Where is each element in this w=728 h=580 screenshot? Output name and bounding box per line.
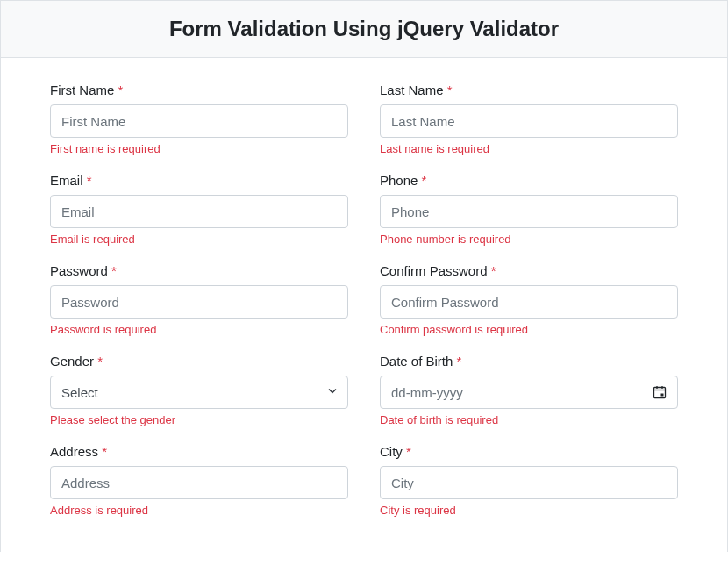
address-error: Address is required: [50, 504, 348, 517]
form-row: Address * Address is required City * Cit…: [50, 444, 678, 534]
password-input[interactable]: [50, 285, 348, 319]
gender-label: Gender *: [50, 354, 348, 369]
page-title: Form Validation Using jQuery Validator: [18, 17, 710, 41]
required-mark: *: [111, 263, 117, 278]
phone-input[interactable]: [380, 195, 678, 228]
field-group-confirm-password: Confirm Password * Confirm password is r…: [380, 263, 678, 336]
dob-input[interactable]: dd-mm-yyyy: [380, 376, 678, 409]
form-container: Form Validation Using jQuery Validator F…: [0, 0, 728, 552]
last-name-error: Last name is required: [380, 142, 678, 155]
first-name-label: First Name *: [50, 82, 348, 97]
field-group-first-name: First Name * First name is required: [50, 82, 348, 155]
email-error: Email is required: [50, 233, 348, 246]
field-group-email: Email * Email is required: [50, 173, 348, 246]
required-mark: *: [457, 354, 462, 369]
field-group-password: Password * Password is required: [50, 263, 348, 336]
required-mark: *: [447, 82, 453, 97]
form-header: Form Validation Using jQuery Validator: [1, 0, 727, 58]
field-group-gender: Gender * Select Please select the gender: [50, 354, 348, 426]
form-row: First Name * First name is required Last…: [50, 82, 678, 173]
email-input[interactable]: [50, 195, 348, 228]
required-mark: *: [491, 263, 496, 278]
field-group-city: City * City is required: [380, 444, 678, 517]
last-name-label: Last Name *: [380, 82, 678, 97]
field-group-dob: Date of Birth * dd-mm-yyyy Date of birth: [380, 354, 678, 426]
required-mark: *: [97, 354, 103, 369]
city-input[interactable]: [380, 466, 678, 499]
required-mark: *: [87, 173, 92, 188]
address-input[interactable]: [50, 466, 348, 499]
confirm-password-input[interactable]: [380, 285, 678, 319]
required-mark: *: [406, 444, 411, 459]
phone-error: Phone number is required: [380, 233, 678, 246]
first-name-error: First name is required: [50, 142, 348, 155]
field-group-phone: Phone * Phone number is required: [380, 173, 678, 246]
email-label: Email *: [50, 173, 348, 188]
required-mark: *: [422, 173, 427, 188]
last-name-input[interactable]: [380, 104, 678, 138]
field-group-last-name: Last Name * Last name is required: [380, 82, 678, 155]
first-name-input[interactable]: [50, 104, 348, 138]
required-mark: *: [118, 82, 124, 97]
dob-error: Date of birth is required: [380, 413, 678, 426]
confirm-password-label: Confirm Password *: [380, 263, 678, 278]
required-mark: *: [102, 444, 107, 459]
gender-select[interactable]: Select: [50, 376, 348, 409]
form-row: Email * Email is required Phone * Phone …: [50, 173, 678, 263]
phone-label: Phone *: [380, 173, 678, 188]
field-group-address: Address * Address is required: [50, 444, 348, 517]
dob-label: Date of Birth *: [380, 354, 678, 369]
password-label: Password *: [50, 263, 348, 278]
gender-select-wrap: Select: [50, 376, 348, 409]
address-label: Address *: [50, 444, 348, 459]
form-row: Gender * Select Please select the gender…: [50, 354, 678, 444]
dob-placeholder: dd-mm-yyyy: [391, 385, 463, 400]
form-body: First Name * First name is required Last…: [1, 58, 727, 552]
svg-rect-4: [661, 394, 664, 397]
form-row: Password * Password is required Confirm …: [50, 263, 678, 354]
password-error: Password is required: [50, 323, 348, 336]
city-error: City is required: [380, 504, 678, 517]
calendar-icon: [653, 385, 667, 399]
city-label: City *: [380, 444, 678, 459]
gender-error: Please select the gender: [50, 413, 348, 426]
confirm-password-error: Confirm password is required: [380, 323, 678, 336]
svg-rect-0: [654, 388, 666, 398]
